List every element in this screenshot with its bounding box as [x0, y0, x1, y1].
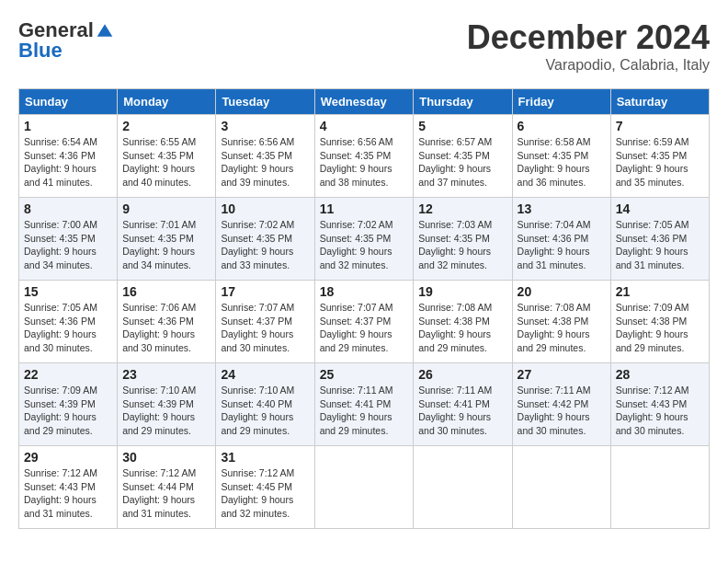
day-info: Sunrise: 7:03 AM Sunset: 4:35 PM Dayligh…	[418, 218, 506, 272]
page-header: General Blue December 2024 Varapodio, Ca…	[18, 18, 710, 74]
calendar-cell: 10 Sunrise: 7:02 AM Sunset: 4:35 PM Dayl…	[216, 198, 314, 281]
day-info: Sunrise: 7:01 AM Sunset: 4:35 PM Dayligh…	[122, 218, 210, 272]
calendar-cell: 15 Sunrise: 7:05 AM Sunset: 4:36 PM Dayl…	[19, 281, 118, 363]
day-info: Sunrise: 7:08 AM Sunset: 4:38 PM Dayligh…	[418, 301, 506, 355]
calendar-cell: 25 Sunrise: 7:11 AM Sunset: 4:41 PM Dayl…	[314, 363, 414, 446]
calendar-cell: 28 Sunrise: 7:12 AM Sunset: 4:43 PM Dayl…	[610, 363, 709, 446]
day-number: 17	[221, 284, 309, 299]
svg-marker-0	[97, 24, 113, 36]
day-number: 29	[24, 450, 112, 465]
day-number: 8	[24, 201, 112, 216]
calendar-cell: 17 Sunrise: 7:07 AM Sunset: 4:37 PM Dayl…	[216, 281, 314, 363]
day-info: Sunrise: 7:04 AM Sunset: 4:36 PM Dayligh…	[518, 218, 606, 272]
day-number: 15	[24, 284, 112, 299]
calendar-cell: 4 Sunrise: 6:56 AM Sunset: 4:35 PM Dayli…	[314, 115, 414, 198]
logo: General Blue	[18, 18, 114, 63]
day-info: Sunrise: 6:55 AM Sunset: 4:35 PM Dayligh…	[122, 135, 210, 190]
day-info: Sunrise: 6:54 AM Sunset: 4:36 PM Dayligh…	[24, 135, 112, 190]
day-info: Sunrise: 7:09 AM Sunset: 4:38 PM Dayligh…	[616, 301, 704, 355]
month-title: December 2024	[467, 18, 710, 57]
calendar-cell: 2 Sunrise: 6:55 AM Sunset: 4:35 PM Dayli…	[118, 115, 216, 198]
day-number: 1	[24, 119, 112, 133]
day-number: 22	[24, 367, 112, 382]
day-number: 9	[122, 201, 210, 216]
calendar-week-row: 1 Sunrise: 6:54 AM Sunset: 4:36 PM Dayli…	[19, 115, 710, 198]
day-number: 23	[122, 367, 210, 382]
day-number: 13	[518, 201, 606, 216]
day-info: Sunrise: 7:10 AM Sunset: 4:39 PM Dayligh…	[122, 384, 210, 438]
calendar-cell: 30 Sunrise: 7:12 AM Sunset: 4:44 PM Dayl…	[118, 446, 216, 529]
calendar-cell: 11 Sunrise: 7:02 AM Sunset: 4:35 PM Dayl…	[314, 198, 414, 281]
day-info: Sunrise: 6:56 AM Sunset: 4:35 PM Dayligh…	[221, 135, 309, 190]
calendar-cell: 5 Sunrise: 6:57 AM Sunset: 4:35 PM Dayli…	[414, 115, 512, 198]
calendar-cell: 6 Sunrise: 6:58 AM Sunset: 4:35 PM Dayli…	[512, 115, 610, 198]
day-info: Sunrise: 7:07 AM Sunset: 4:37 PM Dayligh…	[320, 301, 409, 355]
day-number: 25	[320, 367, 409, 382]
title-block: December 2024 Varapodio, Calabria, Italy	[467, 18, 710, 74]
day-number: 3	[221, 119, 309, 133]
weekday-header: Sunday	[19, 89, 118, 115]
day-number: 11	[320, 201, 409, 216]
calendar-cell	[512, 446, 610, 529]
calendar-cell: 19 Sunrise: 7:08 AM Sunset: 4:38 PM Dayl…	[414, 281, 512, 363]
day-number: 12	[418, 201, 506, 216]
day-info: Sunrise: 7:06 AM Sunset: 4:36 PM Dayligh…	[122, 301, 210, 355]
calendar-cell: 16 Sunrise: 7:06 AM Sunset: 4:36 PM Dayl…	[118, 281, 216, 363]
day-info: Sunrise: 7:05 AM Sunset: 4:36 PM Dayligh…	[24, 301, 112, 355]
calendar-week-row: 15 Sunrise: 7:05 AM Sunset: 4:36 PM Dayl…	[19, 281, 710, 363]
weekday-header: Saturday	[610, 89, 709, 115]
calendar-cell: 12 Sunrise: 7:03 AM Sunset: 4:35 PM Dayl…	[414, 198, 512, 281]
day-number: 2	[122, 119, 210, 133]
day-info: Sunrise: 7:12 AM Sunset: 4:44 PM Dayligh…	[122, 466, 210, 521]
day-number: 26	[418, 367, 506, 382]
calendar-cell	[314, 446, 414, 529]
calendar-cell: 13 Sunrise: 7:04 AM Sunset: 4:36 PM Dayl…	[512, 198, 610, 281]
calendar-cell: 3 Sunrise: 6:56 AM Sunset: 4:35 PM Dayli…	[216, 115, 314, 198]
logo-blue: Blue	[18, 39, 63, 63]
day-number: 21	[616, 284, 704, 299]
calendar-cell: 9 Sunrise: 7:01 AM Sunset: 4:35 PM Dayli…	[118, 198, 216, 281]
day-number: 4	[320, 119, 409, 133]
day-info: Sunrise: 7:07 AM Sunset: 4:37 PM Dayligh…	[221, 301, 309, 355]
calendar-header-row: SundayMondayTuesdayWednesdayThursdayFrid…	[19, 89, 710, 115]
day-info: Sunrise: 7:02 AM Sunset: 4:35 PM Dayligh…	[320, 218, 409, 272]
day-info: Sunrise: 7:12 AM Sunset: 4:45 PM Dayligh…	[221, 466, 309, 521]
calendar-cell: 20 Sunrise: 7:08 AM Sunset: 4:38 PM Dayl…	[512, 281, 610, 363]
calendar-week-row: 29 Sunrise: 7:12 AM Sunset: 4:43 PM Dayl…	[19, 446, 710, 529]
calendar-cell: 31 Sunrise: 7:12 AM Sunset: 4:45 PM Dayl…	[216, 446, 314, 529]
calendar-cell: 27 Sunrise: 7:11 AM Sunset: 4:42 PM Dayl…	[512, 363, 610, 446]
calendar-cell: 8 Sunrise: 7:00 AM Sunset: 4:35 PM Dayli…	[19, 198, 118, 281]
location: Varapodio, Calabria, Italy	[467, 57, 710, 74]
calendar-cell: 22 Sunrise: 7:09 AM Sunset: 4:39 PM Dayl…	[19, 363, 118, 446]
day-info: Sunrise: 7:11 AM Sunset: 4:41 PM Dayligh…	[320, 384, 409, 438]
day-info: Sunrise: 7:10 AM Sunset: 4:40 PM Dayligh…	[221, 384, 309, 438]
day-number: 20	[518, 284, 606, 299]
weekday-header: Wednesday	[314, 89, 414, 115]
weekday-header: Monday	[118, 89, 216, 115]
day-info: Sunrise: 6:58 AM Sunset: 4:35 PM Dayligh…	[518, 135, 606, 190]
day-number: 30	[122, 450, 210, 465]
logo-icon	[96, 21, 114, 40]
day-info: Sunrise: 7:05 AM Sunset: 4:36 PM Dayligh…	[616, 218, 704, 272]
calendar-cell: 23 Sunrise: 7:10 AM Sunset: 4:39 PM Dayl…	[118, 363, 216, 446]
day-number: 24	[221, 367, 309, 382]
day-number: 19	[418, 284, 506, 299]
calendar-week-row: 22 Sunrise: 7:09 AM Sunset: 4:39 PM Dayl…	[19, 363, 710, 446]
day-number: 6	[518, 119, 606, 133]
day-info: Sunrise: 7:12 AM Sunset: 4:43 PM Dayligh…	[24, 466, 112, 521]
day-number: 7	[616, 119, 704, 133]
calendar-cell	[610, 446, 709, 529]
weekday-header: Friday	[512, 89, 610, 115]
day-number: 27	[518, 367, 606, 382]
day-number: 5	[418, 119, 506, 133]
calendar-cell: 1 Sunrise: 6:54 AM Sunset: 4:36 PM Dayli…	[19, 115, 118, 198]
calendar-table: SundayMondayTuesdayWednesdayThursdayFrid…	[18, 88, 710, 529]
day-number: 28	[616, 367, 704, 382]
day-info: Sunrise: 7:08 AM Sunset: 4:38 PM Dayligh…	[518, 301, 606, 355]
calendar-cell: 26 Sunrise: 7:11 AM Sunset: 4:41 PM Dayl…	[414, 363, 512, 446]
day-number: 14	[616, 201, 704, 216]
calendar-cell: 24 Sunrise: 7:10 AM Sunset: 4:40 PM Dayl…	[216, 363, 314, 446]
calendar-cell: 18 Sunrise: 7:07 AM Sunset: 4:37 PM Dayl…	[314, 281, 414, 363]
calendar-cell: 21 Sunrise: 7:09 AM Sunset: 4:38 PM Dayl…	[610, 281, 709, 363]
day-info: Sunrise: 6:59 AM Sunset: 4:35 PM Dayligh…	[616, 135, 704, 190]
